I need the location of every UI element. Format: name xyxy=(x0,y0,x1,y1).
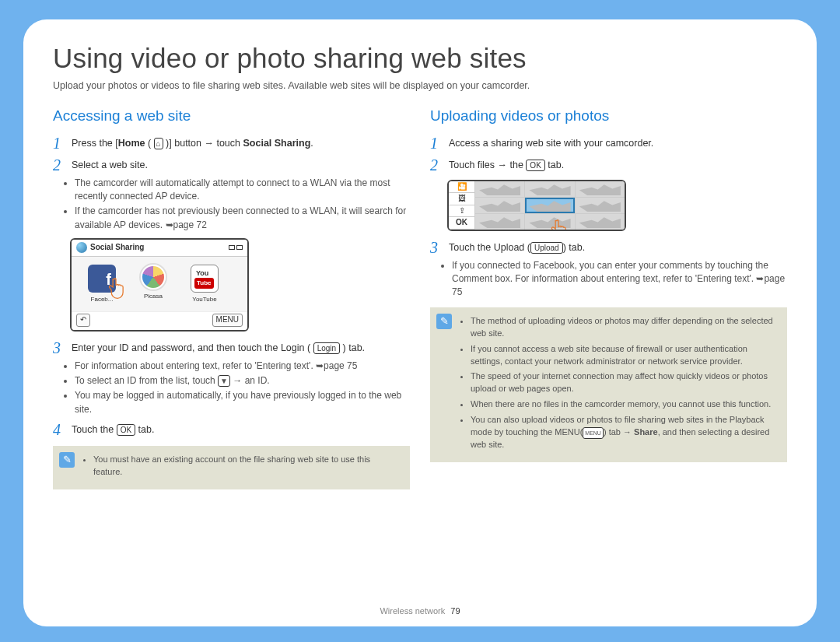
note-text: You must have an existing account on the… xyxy=(93,454,401,479)
left-step-4: 4 Touch the OK tab. xyxy=(53,421,410,438)
thumbnail xyxy=(576,214,625,230)
home-icon: ⌂ xyxy=(154,138,163,149)
left-step-2-bullets: The camcorder will automatically attempt… xyxy=(75,177,410,233)
back-button: ↶ xyxy=(76,314,90,327)
heading-uploading: Uploading videos or photos xyxy=(430,105,787,127)
right-step-2: 2 Touch files → the OK tab. xyxy=(430,156,787,174)
right-note: ✎ The method of uploading videos or phot… xyxy=(430,307,787,462)
ss-titlebar: Social Sharing xyxy=(72,240,247,257)
left-note: ✎ You must have an existing account on t… xyxy=(53,446,410,489)
step-text: Enter your ID and password, and then tou… xyxy=(72,339,410,356)
page-title: Using video or photo sharing web sites xyxy=(53,43,787,74)
thumbnail xyxy=(576,198,625,213)
note-icon: ✎ xyxy=(59,452,75,468)
left-step-3: 3 Enter your ID and password, and then t… xyxy=(53,339,410,356)
step-text: Press the [Home ( ⌂ )] button → touch So… xyxy=(72,135,410,152)
side-tab-video-icon: 🎦 xyxy=(449,181,474,194)
right-step-3: 3 Touch the Upload (Upload) tab. xyxy=(430,239,787,256)
ss-apps: Faceb... Picasa YouTube xyxy=(72,257,247,312)
heading-accessing: Accessing a web site xyxy=(53,105,410,127)
menu-tab-icon: MENU xyxy=(583,427,604,439)
left-column: Accessing a web site 1 Press the [Home (… xyxy=(53,105,410,489)
columns: Accessing a web site 1 Press the [Home (… xyxy=(53,105,787,489)
menu-button: MENU xyxy=(212,314,243,327)
app-picasa: Picasa xyxy=(134,265,173,304)
left-step-1: 1 Press the [Home ( ⌂ )] button → touch … xyxy=(53,135,410,152)
picasa-icon xyxy=(141,265,166,289)
globe-icon xyxy=(76,242,87,253)
right-note-list: The method of uploading videos or photos… xyxy=(471,315,778,451)
thumbnail-selected xyxy=(525,198,574,213)
ss-bottom-bar: ↶ MENU xyxy=(72,311,247,330)
page-number: 79 xyxy=(450,606,460,616)
battery-icon xyxy=(229,245,243,250)
step-text: Access a sharing web site with your camc… xyxy=(449,135,787,152)
thumbnail xyxy=(525,214,574,230)
step-text: Touch the Upload (Upload) tab. xyxy=(449,239,787,256)
dropdown-icon: ▼ xyxy=(218,375,230,387)
facebook-icon xyxy=(88,265,116,293)
side-tab-share-icon: ⇪ xyxy=(449,205,474,218)
right-step-1: 1 Access a sharing web site with your ca… xyxy=(430,135,787,152)
right-column: Uploading videos or photos 1 Access a sh… xyxy=(430,105,787,489)
manual-page: Using video or photo sharing web sites U… xyxy=(23,19,817,626)
step-text: Touch files → the OK tab. xyxy=(449,156,787,174)
thumbnail xyxy=(475,181,524,197)
grid-side-tabs: 🎦 🖼 ⇪ OK xyxy=(449,181,475,230)
note-icon: ✎ xyxy=(436,314,452,329)
side-tab-ok: OK xyxy=(449,217,474,230)
login-tab-icon: Login xyxy=(313,342,340,354)
footer-section: Wireless network xyxy=(380,606,445,616)
step-number: 2 xyxy=(53,156,65,174)
thumbnail xyxy=(525,181,574,197)
ok-tab-icon: OK xyxy=(117,424,135,436)
ok-tab-icon: OK xyxy=(526,160,544,171)
step-number: 1 xyxy=(53,135,65,152)
page-footer: Wireless network 79 xyxy=(23,606,817,616)
app-youtube: YouTube xyxy=(185,265,224,304)
step-text: Touch the OK tab. xyxy=(72,421,410,438)
thumbnail xyxy=(576,181,625,197)
social-sharing-screenshot: Social Sharing Faceb... Picasa YouTube xyxy=(70,238,249,332)
step-number: 1 xyxy=(430,135,443,152)
step-number: 4 xyxy=(53,421,65,438)
app-facebook: Faceb... xyxy=(82,265,121,304)
step-number: 3 xyxy=(430,239,443,256)
step-text: Select a web site. xyxy=(72,156,410,174)
ss-title: Social Sharing xyxy=(90,242,144,254)
right-step-3-bullets: If you connected to Facebook, you can en… xyxy=(452,259,787,300)
youtube-icon xyxy=(191,265,219,293)
thumbnail-grid-screenshot: 🎦 🖼 ⇪ OK xyxy=(447,180,626,231)
side-tab-photo-icon: 🖼 xyxy=(449,193,474,205)
step-number: 2 xyxy=(430,156,443,174)
upload-tab-icon: Upload xyxy=(530,242,563,254)
left-step-3-bullets: For information about entering text, ref… xyxy=(75,360,410,417)
page-intro: Upload your photos or videos to file sha… xyxy=(53,80,787,91)
left-step-2: 2 Select a web site. xyxy=(53,156,410,174)
grid-thumbnails xyxy=(475,181,625,230)
thumbnail xyxy=(475,198,524,213)
thumbnail xyxy=(475,214,524,230)
step-number: 3 xyxy=(53,339,65,356)
